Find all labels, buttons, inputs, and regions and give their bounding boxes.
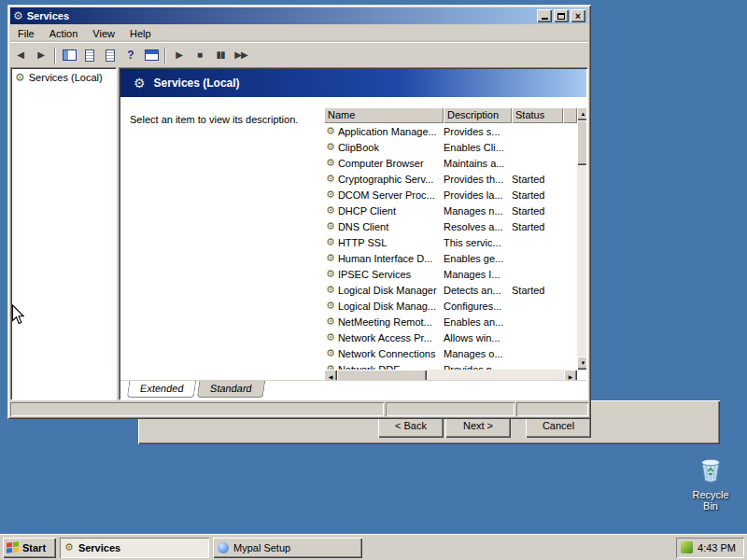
service-gear-icon: ⚙ — [326, 158, 335, 168]
service-row[interactable]: ⚙ Application Manage... Provides s... — [324, 123, 577, 139]
menu-file[interactable]: File — [10, 26, 42, 41]
toolbar: ◀ ▶ ? ▶ ■ ▮▮ ▶▶ — [10, 42, 588, 67]
service-description: Configures... — [444, 301, 512, 312]
desktop: < Back Next > Cancel Recycle Bin ⚙ Servi… — [0, 0, 747, 560]
taskbar-task-mypal-setup[interactable]: Mypal Setup — [213, 538, 362, 558]
mypal-setup-icon — [218, 542, 229, 553]
windows-flag-icon — [7, 541, 19, 553]
service-row[interactable]: ⚙ DNS Client Resolves a... Started — [324, 218, 577, 234]
service-description: Detects an... — [444, 285, 512, 296]
status-pane — [10, 402, 384, 416]
export-list-icon — [106, 49, 115, 62]
service-gear-icon: ⚙ — [326, 348, 335, 358]
close-icon: × — [575, 11, 581, 21]
properties-button[interactable] — [79, 46, 100, 65]
start-button[interactable]: Start — [3, 538, 56, 558]
service-gear-icon: ⚙ — [326, 174, 335, 184]
details-pane: ⚙ Services (Local) Select an item to vie… — [119, 67, 588, 400]
service-name: Network Access Pr... — [338, 332, 432, 343]
column-header-status[interactable]: Status — [512, 107, 563, 123]
service-gear-icon: ⚙ — [326, 126, 335, 136]
service-row[interactable]: ⚙ IPSEC Services Manages I... — [324, 266, 577, 282]
toolbar-separator — [164, 48, 166, 63]
details-banner: ⚙ Services (Local) — [120, 69, 586, 97]
service-row[interactable]: ⚙ Network Connections Manages o... — [324, 345, 577, 361]
show-console-tree-button[interactable] — [59, 46, 79, 65]
service-row[interactable]: ⚙ DHCP Client Manages n... Started — [324, 203, 577, 218]
title-bar: ⚙ Services × — [10, 7, 588, 24]
help-icon: ? — [127, 49, 134, 62]
services-task-icon: ⚙ — [64, 541, 74, 553]
service-row[interactable]: ⚙ Network Access Pr... Allows win... — [324, 329, 577, 345]
maximize-button[interactable] — [554, 9, 569, 22]
stop-service-button[interactable]: ■ — [190, 46, 210, 65]
back-button[interactable]: ◀ — [10, 46, 31, 65]
help-button[interactable]: ? — [120, 46, 141, 65]
menu-view[interactable]: View — [85, 26, 122, 41]
description-hint: Select an item to view its description. — [130, 114, 321, 125]
column-header-description[interactable]: Description — [444, 107, 512, 123]
close-button[interactable]: × — [571, 9, 585, 22]
new-window-button[interactable] — [141, 46, 162, 65]
service-description: Manages o... — [444, 348, 512, 359]
task-label: Mypal Setup — [233, 542, 290, 553]
wizard-cancel-button[interactable]: Cancel — [526, 416, 591, 438]
service-row[interactable]: ⚙ NetMeeting Remot... Enables an... — [324, 314, 577, 329]
service-name: Human Interface D... — [338, 253, 433, 264]
wizard-next-button[interactable]: Next > — [445, 416, 511, 438]
tab-standard[interactable]: Standard — [197, 381, 265, 398]
tab-extended[interactable]: Extended — [127, 381, 197, 398]
service-description: Manages I... — [444, 269, 512, 280]
menu-help[interactable]: Help — [122, 26, 159, 41]
vertical-scroll-thumb[interactable] — [577, 120, 586, 165]
service-row[interactable]: ⚙ ClipBook Enables Cli... — [324, 139, 577, 155]
forward-button[interactable]: ▶ — [31, 46, 51, 65]
service-row[interactable]: ⚙ Logical Disk Manag... Configures... — [324, 298, 577, 314]
service-gear-icon: ⚙ — [326, 332, 335, 343]
service-gear-icon: ⚙ — [326, 301, 335, 311]
scroll-down-arrow[interactable]: ▼ — [577, 357, 586, 370]
export-list-button[interactable] — [100, 46, 120, 65]
column-header-filler — [563, 107, 577, 123]
wizard-back-button[interactable]: < Back — [378, 416, 444, 438]
tree-item-services-local[interactable]: ⚙ Services (Local) — [11, 68, 116, 83]
column-header-name[interactable]: Name — [324, 107, 444, 123]
console-tree-icon — [63, 49, 77, 61]
service-row[interactable]: ⚙ Computer Browser Maintains a... — [324, 155, 577, 171]
service-row[interactable]: ⚙ Cryptographic Serv... Provides th... S… — [324, 171, 577, 187]
tray-status-icon[interactable] — [681, 541, 693, 553]
start-service-button[interactable]: ▶ — [169, 46, 190, 65]
new-window-icon — [145, 49, 159, 61]
menu-action[interactable]: Action — [42, 26, 86, 41]
restart-service-button[interactable]: ▶▶ — [231, 46, 251, 65]
service-name: Logical Disk Manager — [338, 285, 437, 296]
tree-item-label: Services (Local) — [29, 72, 103, 83]
scroll-up-arrow[interactable]: ▲ — [577, 107, 586, 120]
vertical-scrollbar[interactable]: ▲ ▼ — [577, 107, 586, 370]
start-button-label: Start — [22, 542, 46, 553]
service-name: Cryptographic Serv... — [338, 174, 434, 185]
service-row[interactable]: ⚙ Logical Disk Manager Detects an... Sta… — [324, 282, 577, 298]
service-gear-icon: ⚙ — [326, 221, 335, 231]
tray-clock[interactable]: 4:43 PM — [698, 542, 736, 553]
service-row[interactable]: ⚙ Network DDE Provides n... — [324, 361, 577, 370]
minimize-button[interactable] — [537, 9, 552, 22]
services-window: ⚙ Services × File Action View Help ◀ ▶ ?… — [7, 5, 591, 419]
back-arrow-icon: ◀ — [17, 50, 24, 60]
taskbar-task-services[interactable]: ⚙ Services — [60, 538, 209, 558]
service-status: Started — [512, 285, 563, 296]
status-pane — [516, 402, 588, 416]
service-name: DNS Client — [338, 221, 388, 232]
status-pane — [386, 402, 514, 416]
recycle-bin[interactable]: Recycle Bin — [684, 454, 738, 511]
taskbar: Start ⚙ Services Mypal Setup 4:43 PM — [0, 534, 747, 560]
service-description: Enables an... — [444, 316, 512, 328]
service-row[interactable]: ⚙ HTTP SSL This servic... — [324, 234, 577, 250]
service-gear-icon: ⚙ — [326, 269, 335, 279]
service-row[interactable]: ⚙ Human Interface D... Enables ge... — [324, 250, 577, 266]
minimize-icon — [542, 14, 548, 20]
service-name: Logical Disk Manag... — [338, 301, 436, 312]
service-row[interactable]: ⚙ DCOM Server Proc... Provides la... Sta… — [324, 187, 577, 203]
pause-service-button[interactable]: ▮▮ — [210, 46, 231, 65]
toolbar-separator — [54, 48, 56, 63]
